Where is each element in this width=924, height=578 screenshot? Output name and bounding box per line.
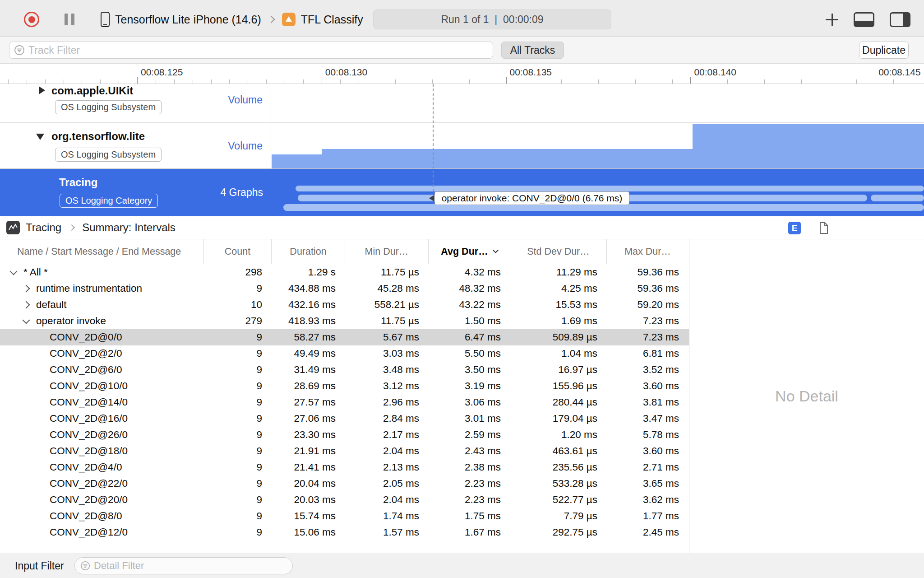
- cell-count: 9: [204, 413, 272, 424]
- column-header-stddev[interactable]: Std Dev Dur…: [510, 239, 607, 264]
- cell-count: 9: [204, 331, 272, 343]
- process-name[interactable]: TFL Classify: [301, 13, 363, 26]
- table-row[interactable]: CONV_2D@18/0921.91 ms2.04 ms2.43 ms463.6…: [0, 443, 689, 459]
- cell-duration: 27.57 ms: [272, 396, 345, 408]
- cell-std_dev: 4.25 ms: [510, 283, 607, 294]
- chevron-down-icon[interactable]: [23, 316, 30, 324]
- track-filter-field[interactable]: [9, 42, 493, 59]
- track-filter-input[interactable]: [28, 44, 493, 56]
- playhead-line[interactable]: [433, 84, 434, 191]
- record-button[interactable]: [24, 12, 39, 27]
- cell-duration: 20.04 ms: [272, 478, 345, 489]
- disclosure-right-icon[interactable]: [39, 86, 45, 94]
- table-row[interactable]: CONV_2D@6/0931.49 ms3.48 ms3.50 ms16.97 …: [0, 362, 689, 378]
- table-row[interactable]: CONV_2D@20/0920.03 ms2.04 ms2.23 ms522.7…: [0, 492, 689, 508]
- row-name: CONV_2D@6/0: [50, 364, 122, 376]
- cell-avg: 3.06 ms: [429, 396, 510, 408]
- column-label: Count: [225, 246, 250, 257]
- row-name: CONV_2D@14/0: [50, 396, 128, 408]
- row-name: CONV_2D@26/0: [50, 429, 128, 441]
- all-tracks-button[interactable]: All Tracks: [501, 42, 564, 59]
- column-header-duration[interactable]: Duration: [272, 239, 345, 264]
- row-name: CONV_2D@12/0: [50, 527, 128, 538]
- timeline-ruler[interactable]: 00:08.12500:08.13000:08.13500:08.14000:0…: [0, 64, 924, 84]
- chevron-right-icon: [267, 16, 275, 23]
- table-row[interactable]: operator invoke279418.93 ms11.75 µs1.50 …: [0, 313, 689, 329]
- cell-count: 9: [204, 348, 272, 359]
- cell-std_dev: 509.89 µs: [510, 331, 607, 343]
- table-row[interactable]: CONV_2D@2/0949.49 ms3.03 ms5.50 ms1.04 m…: [0, 345, 689, 362]
- row-name: CONV_2D@18/0: [50, 445, 128, 457]
- interval-bar[interactable]: [283, 204, 924, 211]
- ruler-tick: [266, 79, 267, 84]
- track-plot[interactable]: [272, 123, 924, 168]
- toggle-bottom-panel-button[interactable]: [854, 12, 874, 27]
- table-row[interactable]: default10432.16 ms558.21 µs43.22 ms15.53…: [0, 297, 689, 313]
- interval-tooltip: operator invoke: CONV_2D@0/0 (6.76 ms): [434, 191, 629, 205]
- table-row[interactable]: CONV_2D@14/0927.57 ms2.96 ms3.06 ms280.4…: [0, 394, 689, 410]
- track-tensorflow[interactable]: org.tensorflow.lite OS Logging Subsystem…: [0, 123, 924, 169]
- cell-count: 9: [204, 364, 272, 376]
- track-header[interactable]: Tracing OS Logging Category 4 Graphs: [0, 169, 271, 216]
- ruler-tick: [801, 79, 802, 84]
- track-header[interactable]: com.apple.UIKit OS Logging Subsystem Vol…: [0, 84, 271, 122]
- column-label: Avg Dur…: [441, 246, 488, 257]
- column-label: Duration: [290, 246, 326, 257]
- table-row[interactable]: * All *2981.29 s11.75 µs4.32 ms11.29 ms5…: [0, 264, 689, 280]
- ruler-tick: [488, 79, 488, 84]
- track-plot[interactable]: [272, 84, 924, 122]
- interval-bar[interactable]: [296, 186, 924, 191]
- cell-max: 3.65 ms: [607, 478, 688, 489]
- ruler-tick: [27, 79, 27, 84]
- table-row[interactable]: CONV_2D@4/0921.41 ms2.13 ms2.38 ms235.56…: [0, 459, 689, 475]
- track-uikit[interactable]: com.apple.UIKit OS Logging Subsystem Vol…: [0, 84, 924, 123]
- cell-max: 2.45 ms: [607, 527, 688, 538]
- ruler-tick: [838, 79, 838, 84]
- chevron-right-icon[interactable]: [23, 301, 30, 309]
- column-header-min[interactable]: Min Dur…: [345, 239, 429, 264]
- column-header-max[interactable]: Max Dur…: [607, 239, 688, 264]
- table-row[interactable]: CONV_2D@22/0920.04 ms2.05 ms2.23 ms533.2…: [0, 475, 689, 492]
- table-row[interactable]: CONV_2D@10/0928.69 ms3.12 ms3.19 ms155.9…: [0, 378, 689, 394]
- ruler-tick: [211, 79, 212, 84]
- column-header-count[interactable]: Count: [204, 239, 272, 264]
- document-icon[interactable]: [817, 221, 830, 237]
- chevron-right-icon: [69, 224, 75, 231]
- chevron-down-icon[interactable]: [10, 267, 18, 275]
- cell-min: 2.17 ms: [345, 429, 429, 441]
- expanded-detail-button[interactable]: E: [788, 222, 801, 234]
- column-header-name[interactable]: Name / Start Message / End Message: [0, 239, 204, 264]
- breadcrumb-item[interactable]: Tracing: [26, 221, 61, 234]
- table-row[interactable]: CONV_2D@0/0958.27 ms5.67 ms6.47 ms509.89…: [0, 329, 689, 345]
- disclosure-down-icon[interactable]: [36, 134, 44, 140]
- add-instrument-button[interactable]: [826, 14, 838, 26]
- chevron-right-icon[interactable]: [23, 285, 30, 293]
- duplicate-button[interactable]: Duplicate: [859, 42, 909, 59]
- cell-min: 558.21 µs: [345, 299, 429, 311]
- ruler-tick: [727, 79, 728, 84]
- track-header[interactable]: org.tensorflow.lite OS Logging Subsystem…: [0, 123, 271, 168]
- column-header-avg[interactable]: Avg Dur…: [429, 239, 510, 264]
- table-row[interactable]: CONV_2D@8/0915.74 ms1.74 ms1.75 ms7.79 µ…: [0, 508, 689, 524]
- table-row[interactable]: CONV_2D@26/0923.30 ms2.17 ms2.59 ms1.20 …: [0, 427, 689, 443]
- table-row[interactable]: CONV_2D@16/0927.06 ms2.84 ms3.01 ms179.0…: [0, 410, 689, 427]
- breadcrumb-item[interactable]: Summary: Intervals: [82, 221, 176, 234]
- device-name[interactable]: Tensorflow Lite iPhone (14.6): [115, 13, 261, 26]
- tooltip-text: operator invoke: CONV_2D@0/0 (6.76 ms): [442, 193, 623, 204]
- ruler-tick: [654, 79, 654, 84]
- pause-button[interactable]: [65, 14, 74, 25]
- table-row[interactable]: runtime instrumentation9434.88 ms45.28 m…: [0, 280, 689, 297]
- detail-panel: No Detail: [689, 239, 924, 553]
- cell-name: default: [0, 299, 204, 311]
- cell-min: 11.75 µs: [345, 315, 429, 327]
- ruler-tick: [45, 79, 46, 84]
- track-title: Tracing: [59, 176, 97, 189]
- interval-bar[interactable]: [871, 195, 924, 201]
- table-row[interactable]: CONV_2D@12/0915.06 ms1.57 ms1.67 ms292.7…: [0, 524, 689, 541]
- cell-duration: 31.49 ms: [272, 364, 345, 376]
- row-name: CONV_2D@4/0: [50, 461, 122, 473]
- detail-filter-field[interactable]: [74, 557, 293, 574]
- ruler-tick: [248, 79, 248, 84]
- detail-filter-input[interactable]: [94, 560, 292, 572]
- toggle-right-panel-button[interactable]: [890, 12, 910, 27]
